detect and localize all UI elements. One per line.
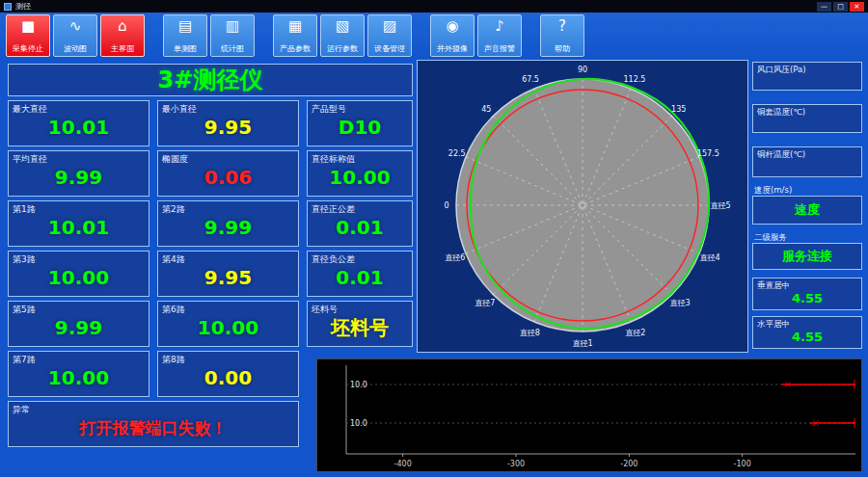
toolbar-button-label: 单测图 xyxy=(174,44,197,54)
toolbar-button-label: 设备管理 xyxy=(374,44,405,54)
cell-value: 9.99 xyxy=(9,151,149,196)
service-connect-value: 服务连接 xyxy=(753,244,861,269)
trend-y-label: 10.0 xyxy=(350,419,367,428)
cell-value: 10.00 xyxy=(158,302,298,346)
toolbar-button-help[interactable]: ?帮助 xyxy=(540,14,584,57)
toolbar-button-main-screen[interactable]: ⌂主界面 xyxy=(100,14,145,57)
cell-value: 10.00 xyxy=(9,252,149,296)
toolbar-button-run-params[interactable]: ▧运行参数 xyxy=(320,14,365,57)
polar-angle-label: 90 xyxy=(578,66,587,74)
cell-value: 0.00 xyxy=(158,352,298,396)
toolbar-button-label: 波动图 xyxy=(64,44,87,54)
close-button[interactable]: ✕ xyxy=(850,2,864,12)
vertical-center-value: 4.55 xyxy=(753,278,861,309)
air-pressure-box: 风口风压(Pa) xyxy=(752,62,862,91)
maximize-button[interactable]: □ xyxy=(833,2,848,12)
window-title: 测径 xyxy=(15,1,31,12)
trend-x-label: -400 xyxy=(394,460,412,468)
fluctuation-chart-icon: ∿ xyxy=(69,17,82,35)
cell-value: 10.01 xyxy=(9,101,149,146)
cell-value: 打开报警端口失败！ xyxy=(9,402,298,446)
toolbar-button-sound-alarm[interactable]: ♪声音报警 xyxy=(477,14,522,57)
product-params-icon: ▦ xyxy=(288,17,302,35)
polar-diameter-label: 直径7 xyxy=(475,299,495,307)
minimize-button[interactable]: — xyxy=(817,2,831,12)
service-connect-box: 服务连接 xyxy=(752,243,862,270)
toolbar-button-label: 声音报警 xyxy=(484,44,515,54)
trend-x-label: -200 xyxy=(620,460,637,468)
toolbar-button-label: 井外摄像 xyxy=(437,44,468,54)
cell-value: D10 xyxy=(308,101,412,146)
polar-angle-label: 45 xyxy=(481,105,491,114)
polar-diameter-label: 直径6 xyxy=(445,253,465,262)
polar-chart-panel: 022.54567.590112.5135157.5直径5直径4直径3直径2直径… xyxy=(417,60,748,353)
speed-box: 速度 xyxy=(752,196,862,225)
external-camera-icon: ◉ xyxy=(446,17,458,35)
app-icon xyxy=(4,3,12,11)
polar-angle-label: 22.5 xyxy=(448,149,466,158)
cell-value: 9.95 xyxy=(158,252,298,296)
polar-diameter-label: 直径8 xyxy=(520,329,540,337)
cell-channel-5: 第5路9.99 xyxy=(8,301,149,347)
cell-product-model: 产品型号D10 xyxy=(307,100,413,146)
main-screen-icon: ⌂ xyxy=(118,17,127,35)
cell-channel-3: 第3路10.00 xyxy=(8,251,149,297)
toolbar: ■采集停止∿波动图⌂主界面▤单测图▥统计图▦产品参数▧运行参数▨设备管理◉井外摄… xyxy=(0,13,868,60)
polar-diameter-label: 直径1 xyxy=(572,339,592,348)
cell-channel-4: 第4路9.95 xyxy=(157,251,299,297)
diameter-gauge-app: 测径 — □ ✕ ■采集停止∿波动图⌂主界面▤单测图▥统计图▦产品参数▧运行参数… xyxy=(0,0,868,477)
gauge-title-box: 3#测径仪 xyxy=(8,64,413,96)
cell-abnormal-status: 异常打开报警端口失败！ xyxy=(8,401,299,447)
polar-angle-label: 0 xyxy=(444,201,448,210)
air-pressure-label: 风口风压(Pa) xyxy=(757,65,806,76)
toolbar-button-external-camera[interactable]: ◉井外摄像 xyxy=(430,14,475,57)
cell-minus-tolerance: 直径负公差0.01 xyxy=(307,251,413,297)
sleeve-temp-label: 铜套温度(℃) xyxy=(757,107,805,119)
cell-value: 坯料号 xyxy=(308,302,412,346)
toolbar-button-device-management[interactable]: ▨设备管理 xyxy=(367,14,412,57)
rod-temp-label: 铜杆温度(℃) xyxy=(757,149,805,161)
speed-value: 速度 xyxy=(753,197,861,224)
toolbar-button-fluctuation-chart[interactable]: ∿波动图 xyxy=(53,14,97,57)
sleeve-temp-box: 铜套温度(℃) xyxy=(752,104,862,133)
cell-nominal-diameter: 直径标称值10.00 xyxy=(307,150,413,197)
toolbar-button-stop-acquisition[interactable]: ■采集停止 xyxy=(6,14,50,57)
cell-ovality: 椭圆度0.06 xyxy=(157,150,299,197)
toolbar-button-label: 采集停止 xyxy=(13,44,43,54)
vertical-center-box: 垂直居中 4.55 xyxy=(752,278,862,310)
toolbar-button-single-measure-chart[interactable]: ▤单测图 xyxy=(163,14,207,57)
cell-channel-1: 第1路10.01 xyxy=(8,200,149,247)
sound-alarm-icon: ♪ xyxy=(495,17,504,35)
cell-plus-tolerance: 直径正公差0.01 xyxy=(307,200,413,247)
polar-diameter-label: 直径4 xyxy=(700,253,720,262)
cell-channel-2: 第2路9.99 xyxy=(157,200,299,247)
cell-value: 9.99 xyxy=(9,302,149,346)
polar-angle-label: 135 xyxy=(671,105,686,114)
cell-channel-8: 第8路0.00 xyxy=(157,351,299,397)
cell-billet-number: 坯料号坯料号 xyxy=(307,301,413,347)
rod-temp-box: 铜杆温度(℃) xyxy=(752,146,862,177)
polar-angle-label: 157.5 xyxy=(697,149,719,158)
toolbar-button-statistics-chart[interactable]: ▥统计图 xyxy=(210,14,255,57)
toolbar-button-product-params[interactable]: ▦产品参数 xyxy=(273,14,317,57)
horizontal-center-box: 水平居中 4.55 xyxy=(752,316,862,349)
statistics-chart-icon: ▥ xyxy=(226,17,239,35)
cell-channel-7: 第7路10.00 xyxy=(8,351,149,397)
device-management-icon: ▨ xyxy=(383,17,396,35)
polar-angle-label: 67.5 xyxy=(522,75,539,84)
toolbar-button-label: 产品参数 xyxy=(280,44,311,54)
cell-value: 10.00 xyxy=(308,151,412,196)
trend-y-label: 10.0 xyxy=(350,381,367,389)
right-column: 风口风压(Pa) 铜套温度(℃) 铜杆温度(℃) 速度(m/s) 速度 二级服务… xyxy=(752,60,862,351)
window-controls: — □ ✕ xyxy=(817,2,864,12)
cell-value: 0.01 xyxy=(308,201,412,246)
run-params-icon: ▧ xyxy=(336,17,349,35)
cell-min-diameter: 最小直径9.95 xyxy=(157,100,299,146)
polar-angle-label: 112.5 xyxy=(624,75,646,84)
trend-x-label: -100 xyxy=(734,460,751,468)
horizontal-center-value: 4.55 xyxy=(753,317,861,348)
polar-diameter-label: 直径5 xyxy=(710,201,730,210)
toolbar-button-label: 主界面 xyxy=(111,44,134,54)
stop-acquisition-icon: ■ xyxy=(21,17,35,35)
polar-chart: 022.54567.590112.5135157.5直径5直径4直径3直径2直径… xyxy=(418,61,747,352)
